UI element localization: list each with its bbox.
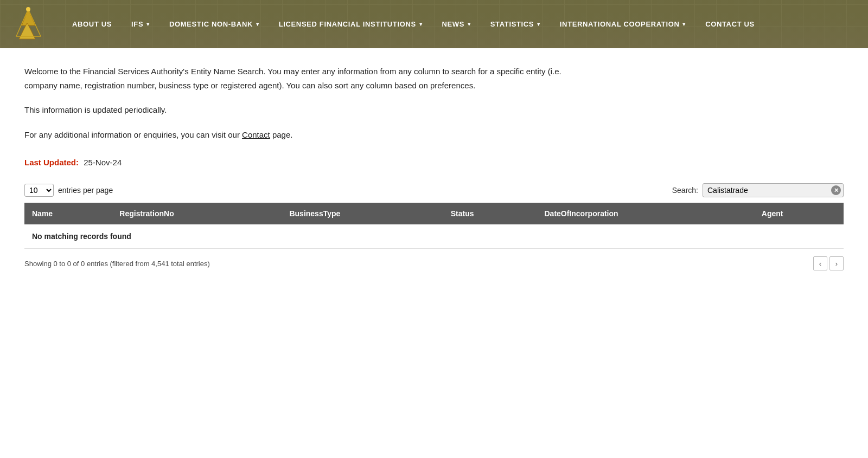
- nav-ifs[interactable]: IFS ▾: [122, 20, 159, 28]
- nav-ifs-arrow: ▾: [146, 21, 150, 27]
- last-updated-line: Last Updated: 25-Nov-24: [24, 158, 844, 167]
- table-controls: 10 25 50 100 entries per page Search: ✕: [24, 183, 844, 197]
- svg-marker-0: [22, 9, 35, 25]
- col-businesstype[interactable]: BusinessType: [282, 203, 443, 224]
- col-date[interactable]: DateOfIncorporation: [537, 203, 754, 224]
- col-agent[interactable]: Agent: [754, 203, 844, 224]
- nav-domestic-non-bank[interactable]: DOMESTIC NON-BANK ▾: [159, 20, 269, 28]
- nav-contact-us[interactable]: CONTACT US: [695, 20, 764, 28]
- col-status[interactable]: Status: [443, 203, 537, 224]
- nav-statistics[interactable]: STATISTICS ▾: [481, 20, 550, 28]
- main-nav: ABOUT US IFS ▾ DOMESTIC NON-BANK ▾ LICEN…: [62, 20, 857, 28]
- enquiry-paragraph: For any additional information or enquir…: [24, 128, 844, 142]
- nav-licensed-fi[interactable]: LICENSED FINANCIAL INSTITUTIONS ▾: [269, 20, 432, 28]
- entries-control: 10 25 50 100 entries per page: [24, 184, 113, 197]
- search-clear-button[interactable]: ✕: [831, 185, 841, 195]
- nav-news[interactable]: NEWS ▾: [432, 20, 481, 28]
- search-wrapper: ✕: [703, 183, 844, 197]
- col-name[interactable]: Name: [24, 203, 112, 224]
- showing-text: Showing 0 to 0 of 0 entries (filtered fr…: [24, 260, 210, 268]
- nav-domestic-arrow: ▾: [256, 21, 259, 27]
- header-nav: ABOUT US IFS ▾ DOMESTIC NON-BANK ▾ LICEN…: [0, 0, 868, 48]
- prev-page-button[interactable]: ‹: [813, 256, 827, 270]
- nav-intl-arrow: ▾: [682, 21, 686, 27]
- nav-intl-cooperation[interactable]: INTERNATIONAL COOPERATION ▾: [550, 20, 695, 28]
- logo[interactable]: [11, 7, 46, 42]
- table-row: No matching records found: [24, 224, 844, 249]
- col-regno[interactable]: RegistrationNo: [112, 203, 282, 224]
- search-input[interactable]: [703, 183, 844, 197]
- entries-per-page-select[interactable]: 10 25 50 100: [24, 184, 54, 197]
- data-table: Name RegistrationNo BusinessType Status …: [24, 203, 844, 249]
- svg-point-3: [26, 7, 30, 11]
- pagination-controls: ‹ ›: [813, 256, 844, 270]
- next-page-button[interactable]: ›: [829, 256, 844, 270]
- nav-about-us[interactable]: ABOUT US: [62, 20, 122, 28]
- last-updated-date: 25-Nov-24: [84, 158, 122, 167]
- search-control: Search: ✕: [672, 183, 844, 197]
- last-updated-label: Last Updated:: [24, 158, 79, 167]
- table-footer: Showing 0 to 0 of 0 entries (filtered fr…: [24, 256, 844, 270]
- entries-label: entries per page: [58, 186, 113, 195]
- search-label: Search:: [672, 186, 698, 195]
- table-header-row: Name RegistrationNo BusinessType Status …: [24, 203, 844, 224]
- header: ABOUT US IFS ▾ DOMESTIC NON-BANK ▾ LICEN…: [0, 0, 868, 48]
- intro-paragraph: Welcome to the Financial Services Author…: [24, 64, 844, 92]
- update-paragraph: This information is updated periodically…: [24, 103, 844, 117]
- main-content: Welcome to the Financial Services Author…: [0, 48, 868, 458]
- nav-stats-arrow: ▾: [537, 21, 540, 27]
- contact-link[interactable]: Contact: [242, 130, 270, 139]
- no-records-cell: No matching records found: [24, 224, 844, 249]
- nav-news-arrow: ▾: [468, 21, 471, 27]
- nav-lfi-arrow: ▾: [419, 21, 423, 27]
